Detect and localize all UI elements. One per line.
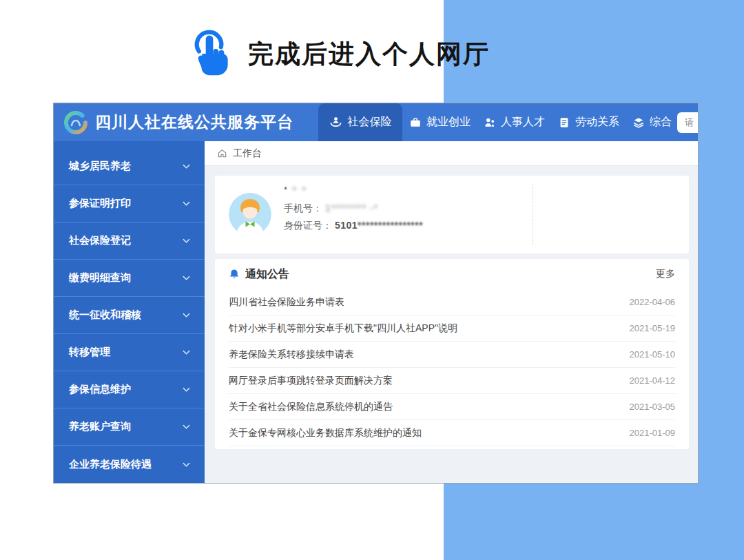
notice-item-date: 2022-04-06 — [630, 297, 676, 307]
headline: 完成后进入个人网厅 — [187, 23, 490, 85]
sidebar-item-label: 转移管理 — [69, 346, 110, 359]
notice-list-item[interactable]: 四川省社会保险业务申请表 2022-04-06 — [229, 289, 675, 315]
notice-item-date: 2021-01-09 — [630, 428, 676, 438]
home-icon — [217, 148, 227, 158]
contract-icon — [558, 116, 570, 129]
notice-item-title[interactable]: 关于全省社会保险信息系统停机的通告 — [229, 401, 393, 413]
chevron-down-icon — [182, 311, 191, 320]
sidebar-menu: 城乡居民养老 参保证明打印 社会保险登记 缴费明细查询 统一征收和稽核 转移管理 — [54, 141, 205, 483]
portal-brand-title: 四川人社在线公共服务平台 — [95, 103, 293, 141]
portal-nav: 就业创业 人事人才 — [409, 103, 672, 141]
notice-list-item[interactable]: 关于全省社会保险信息系统停机的通告 2021-03-05 — [229, 394, 675, 420]
profile-id-label: 身份证号： — [284, 220, 332, 231]
portal-header: 四川人社在线公共服务平台 社会保险 就业创业 — [54, 103, 698, 141]
nav-tab-labor-relations[interactable]: 劳动关系 — [558, 115, 619, 129]
profile-phone-value: 1******** -* — [325, 203, 378, 214]
page-canvas: 完成后进入个人网厅 四川人社在线公共服务平台 — [0, 0, 744, 560]
profile-name-visible: * — [284, 185, 287, 195]
sidebar-item-unified-collection[interactable]: 统一征收和稽核 — [54, 297, 205, 334]
profile-id-row: 身份证号： 5101**************** — [284, 220, 423, 232]
portal-logo-icon — [63, 110, 89, 136]
briefcase-icon — [409, 116, 422, 129]
sidebar-item-label: 城乡居民养老 — [69, 160, 131, 173]
profile-phone-row: 手机号： 1******** -* — [284, 203, 423, 215]
notice-item-date: 2021-05-10 — [630, 349, 676, 360]
notice-title-group: 通知公告 — [229, 267, 289, 282]
breadcrumb: 工作台 — [205, 141, 698, 166]
chevron-down-icon — [182, 460, 191, 469]
search-placeholder-text: 请 — [685, 116, 694, 129]
chevron-down-icon — [182, 422, 191, 431]
profile-card: * ＊＊ 手机号： 1******** -* 身份证号： 5101*******… — [215, 176, 689, 253]
notice-list-item[interactable]: 养老保险关系转移接续申请表 2021-05-10 — [229, 342, 675, 368]
profile-name: * ＊＊ — [284, 184, 423, 196]
nav-tab-employment[interactable]: 就业创业 — [409, 115, 471, 129]
notice-item-title[interactable]: 网厅登录后事项跳转登录页面解决方案 — [229, 375, 393, 387]
sidebar-item-label: 统一征收和稽核 — [69, 309, 141, 322]
chevron-down-icon — [182, 236, 191, 245]
sidebar-item-insurance-certificate[interactable]: 参保证明打印 — [54, 185, 205, 222]
nav-tab-general[interactable]: 综合 — [632, 115, 672, 129]
sidebar-item-payment-details[interactable]: 缴费明细查询 — [54, 260, 205, 297]
notice-list-item[interactable]: 针对小米手机等部分安卓手机下载"四川人社APP"说明 2021-05-19 — [229, 315, 675, 342]
avatar — [229, 193, 271, 236]
profile-id-mask: **************** — [358, 220, 423, 231]
content-area: 工作台 * ＊＊ — [205, 141, 698, 483]
sidebar-item-transfer-management[interactable]: 转移管理 — [54, 334, 205, 371]
sidebar-item-social-insurance-registration[interactable]: 社会保险登记 — [54, 222, 205, 260]
sidebar-item-label: 养老账户查询 — [69, 420, 131, 433]
notice-item-date: 2021-04-12 — [630, 375, 676, 386]
chevron-down-icon — [182, 385, 191, 394]
notice-title: 通知公告 — [245, 267, 289, 282]
chevron-down-icon — [182, 199, 191, 208]
profile-card-divider — [533, 184, 533, 245]
nav-tab-label: 社会保险 — [348, 115, 392, 129]
layers-icon — [632, 116, 645, 129]
notice-item-title[interactable]: 养老保险关系转移接续申请表 — [229, 349, 354, 361]
profile-id-prefix: 5101 — [335, 220, 358, 231]
nav-tab-talent[interactable]: 人事人才 — [484, 115, 545, 129]
people-icon — [484, 116, 496, 129]
sidebar-item-urban-rural-pension[interactable]: 城乡居民养老 — [54, 148, 205, 185]
notice-list-item[interactable]: 网厅登录后事项跳转登录页面解决方案 2021-04-12 — [229, 368, 675, 394]
sidebar-item-pension-account-query[interactable]: 养老账户查询 — [54, 408, 205, 446]
nav-tab-label: 就业创业 — [426, 115, 471, 129]
avatar-illustration — [229, 193, 271, 236]
notice-item-date: 2021-05-19 — [630, 323, 676, 333]
chevron-down-icon — [182, 162, 191, 171]
nav-tab-label: 人事人才 — [501, 115, 545, 129]
profile-name-masked: ＊＊ — [290, 185, 309, 195]
chevron-down-icon — [182, 348, 191, 357]
notice-item-title[interactable]: 四川省社会保险业务申请表 — [229, 296, 344, 309]
notice-item-title[interactable]: 针对小米手机等部分安卓手机下载"四川人社APP"说明 — [229, 322, 457, 335]
notice-header: 通知公告 更多 — [229, 259, 675, 289]
chevron-down-icon — [182, 273, 191, 282]
sidebar-item-insurance-info-maintenance[interactable]: 参保信息维护 — [54, 371, 205, 408]
breadcrumb-label[interactable]: 工作台 — [233, 147, 262, 160]
social-insurance-icon — [329, 116, 342, 129]
profile-info: * ＊＊ 手机号： 1******** -* 身份证号： 5101*******… — [284, 184, 423, 237]
sidebar-item-label: 企业养老保险待遇 — [69, 458, 152, 471]
profile-phone-label: 手机号： — [284, 203, 322, 214]
notice-item-title[interactable]: 关于金保专网核心业务数据库系统维护的通知 — [229, 427, 422, 439]
notice-card: 通知公告 更多 四川省社会保险业务申请表 2022-04-06 针对小米手机等部… — [215, 259, 689, 449]
tap-hand-icon — [187, 26, 231, 83]
headline-text: 完成后进入个人网厅 — [248, 37, 490, 72]
nav-tab-label: 劳动关系 — [575, 115, 619, 129]
sidebar-item-label: 缴费明细查询 — [69, 271, 131, 284]
nav-tab-social-insurance[interactable]: 社会保险 — [318, 103, 402, 141]
header-search-input[interactable]: 请 — [677, 112, 698, 133]
nav-tab-label: 综合 — [650, 115, 672, 129]
notice-item-date: 2021-03-05 — [630, 402, 676, 412]
sidebar-item-enterprise-pension-benefits[interactable]: 企业养老保险待遇 — [54, 446, 205, 483]
bell-icon — [229, 269, 240, 280]
notice-more-link[interactable]: 更多 — [656, 268, 675, 280]
portal-window: 四川人社在线公共服务平台 社会保险 就业创业 — [54, 103, 698, 483]
sidebar-item-label: 参保信息维护 — [69, 383, 131, 396]
sidebar-item-label: 参保证明打印 — [69, 197, 131, 210]
sidebar-item-label: 社会保险登记 — [69, 234, 131, 247]
notice-list-item[interactable]: 关于金保专网核心业务数据库系统维护的通知 2021-01-09 — [229, 420, 675, 446]
